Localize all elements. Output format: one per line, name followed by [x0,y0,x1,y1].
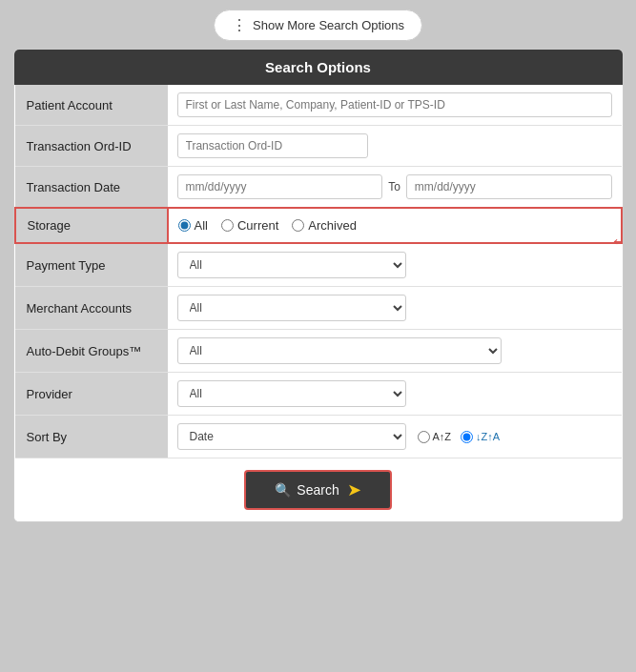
transaction-ord-id-input[interactable] [177,133,368,158]
merchant-accounts-label: Merchant Accounts [15,287,168,330]
provider-label: Provider [15,373,168,416]
payment-type-cell: All [168,243,622,287]
provider-select[interactable]: All [177,380,406,407]
cursor-icon: ➤ [347,479,361,500]
storage-cell: All Current Archived ← [168,208,622,243]
storage-archived-label: Archived [308,218,357,233]
storage-archived-radio[interactable] [292,219,304,232]
sort-asc-radio[interactable] [418,431,430,443]
tooltip-arrow-icon: ← [610,226,624,255]
transaction-ord-id-row: Transaction Ord-ID [15,126,622,167]
transaction-date-to-input[interactable] [406,174,612,199]
payment-type-select[interactable]: All [177,252,406,278]
sort-asc-icon: A↑Z [433,431,452,442]
sort-desc-radio[interactable] [461,431,473,443]
auto-debit-groups-row: Auto-Debit Groups™ All [15,330,622,373]
sort-direction-group: A↑Z ↓Z↑A [418,431,501,443]
sort-by-row: Sort By Date A↑Z [15,416,622,458]
patient-account-label: Patient Account [15,85,168,126]
panel-header: Search Options [14,50,623,85]
search-label: Search [297,482,339,498]
storage-all-option[interactable]: All [178,218,208,233]
sort-by-cell: Date A↑Z ↓Z↑A [168,416,622,458]
transaction-ord-id-cell [168,126,622,167]
provider-cell: All [168,373,622,416]
transaction-date-row: Transaction Date To [15,167,622,209]
payment-type-row: Payment Type All [15,243,622,287]
panel-title: Search Options [265,59,371,75]
merchant-accounts-cell: All [168,287,622,330]
provider-row: Provider All [15,373,622,416]
storage-current-radio[interactable] [221,219,234,232]
sort-by-label: Sort By [15,416,168,458]
search-panel: Search Options Patient Account Transacti… [13,49,624,522]
merchant-accounts-row: Merchant Accounts All [15,287,622,330]
search-form: Patient Account Transaction Ord-ID Trans… [14,85,623,458]
storage-all-label: All [195,218,208,233]
transaction-date-from-input[interactable] [177,174,383,199]
merchant-accounts-select[interactable]: All [177,295,406,321]
show-more-button[interactable]: ⋮ Show More Search Options [214,10,422,41]
sort-desc-option[interactable]: ↓Z↑A [461,431,500,443]
show-more-label: Show More Search Options [253,18,404,32]
storage-current-label: Current [237,218,278,233]
date-to-label: To [388,180,400,193]
sort-by-select[interactable]: Date [177,423,406,450]
storage-label: Storage [15,208,168,243]
search-icon: 🔍 [275,482,291,498]
auto-debit-groups-cell: All [168,330,622,373]
auto-debit-groups-select[interactable]: All [177,337,502,364]
storage-archived-option[interactable]: Archived [292,218,357,233]
search-footer: 🔍 Search ➤ [14,458,623,521]
auto-debit-groups-label: Auto-Debit Groups™ [15,330,168,373]
patient-account-input[interactable] [177,92,612,117]
patient-account-cell [168,85,622,126]
storage-row: Storage All Current Archived [15,208,622,243]
sort-asc-option[interactable]: A↑Z [418,431,452,443]
payment-type-label: Payment Type [15,243,168,287]
storage-current-option[interactable]: Current [221,218,278,233]
patient-account-row: Patient Account [15,85,622,126]
transaction-date-label: Transaction Date [15,167,168,209]
search-button[interactable]: 🔍 Search ➤ [244,470,391,510]
dots-icon: ⋮ [232,16,247,34]
transaction-date-cell: To [168,167,622,209]
sort-desc-icon: ↓Z↑A [476,431,500,442]
storage-all-radio[interactable] [178,219,191,232]
transaction-ord-id-label: Transaction Ord-ID [15,126,168,167]
